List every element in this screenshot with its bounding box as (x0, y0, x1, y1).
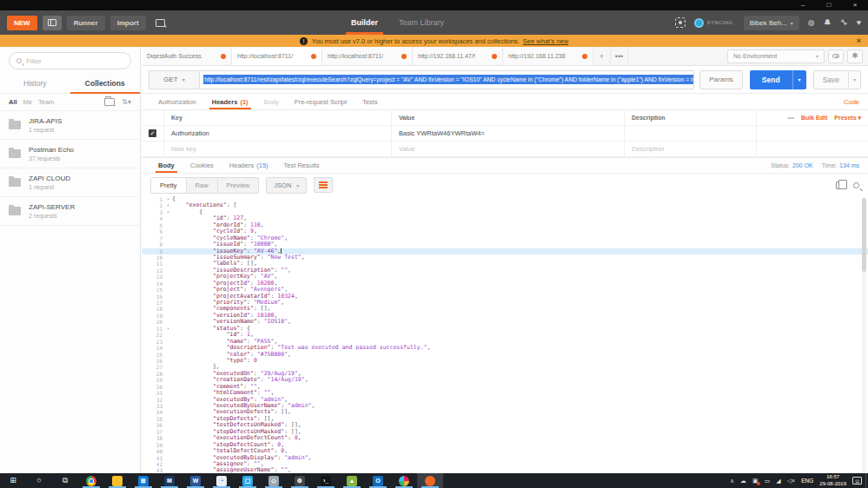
params-button[interactable]: Params (699, 70, 743, 89)
fold-arrow-icon[interactable] (164, 313, 172, 319)
fold-arrow-icon[interactable] (164, 422, 172, 428)
wrench-icon[interactable]: 🔧︎ (840, 18, 848, 27)
user-menu-button[interactable]: Bibek Beh...▾ (744, 16, 799, 30)
command-prompt-taskbar-button[interactable]: ›_ (313, 473, 339, 488)
banner-close-icon[interactable]: × (857, 36, 861, 45)
fold-arrow-icon[interactable] (164, 254, 172, 260)
fold-arrow-icon[interactable] (164, 371, 172, 377)
heart-icon[interactable]: ♥ (857, 18, 861, 27)
header-checkbox[interactable]: ✓ (149, 129, 156, 137)
save-button[interactable]: Save▾ (813, 70, 861, 89)
request-tab[interactable]: http://192.168.11.47/f (413, 47, 503, 65)
header-description-cell[interactable] (625, 126, 757, 141)
new-value-input[interactable]: Value (392, 142, 625, 156)
cortana-search-button[interactable]: ○ (26, 473, 52, 488)
code-line[interactable]: 1▾{ (142, 196, 868, 202)
view-mode-pretty[interactable]: Pretty (151, 178, 187, 193)
outlook-taskbar-button[interactable]: O (365, 473, 391, 488)
interceptor-icon[interactable]: ◍ (808, 18, 815, 27)
fold-arrow-icon[interactable] (164, 429, 172, 435)
colorful-app-taskbar-button[interactable] (391, 473, 417, 488)
request-tab[interactable]: http://localhost:8711/ (232, 47, 322, 65)
fold-arrow-icon[interactable] (164, 339, 172, 345)
onedrive-icon[interactable]: ☁ (740, 478, 746, 485)
method-select[interactable]: GET▾ (149, 70, 199, 89)
fold-arrow-icon[interactable] (164, 248, 172, 254)
search-body-icon[interactable] (853, 182, 859, 188)
response-tab-headers[interactable]: Headers(15) (222, 158, 276, 173)
presets-dropdown[interactable]: Presets ▾ (834, 115, 861, 122)
request-editor-tab-tests[interactable]: Tests (354, 94, 386, 109)
scope-team[interactable]: Team (38, 98, 54, 106)
environment-select[interactable]: No Environment▾ (727, 49, 825, 63)
photos-taskbar-button[interactable]: ▲ (339, 473, 365, 488)
request-tab[interactable]: DigestAuth Success (142, 47, 232, 65)
layout-toggle-button[interactable] (43, 16, 62, 30)
fold-arrow-icon[interactable] (164, 280, 172, 287)
request-tab[interactable]: http://192.168.11.238 (503, 47, 593, 65)
fold-arrow-icon[interactable] (164, 358, 172, 364)
fold-arrow-icon[interactable] (164, 332, 172, 338)
fold-arrow-icon[interactable] (164, 300, 172, 306)
runner-button[interactable]: Runner (67, 16, 105, 30)
fold-arrow-icon[interactable]: ▾ (164, 196, 172, 202)
collection-item[interactable]: Postman Echo37 requests (0, 140, 140, 168)
tab-team-library[interactable]: Team Library (388, 10, 454, 35)
fold-arrow-icon[interactable] (164, 397, 172, 403)
fold-arrow-icon[interactable] (164, 306, 172, 312)
response-tab-cookies[interactable]: Cookies (182, 158, 222, 173)
url-input[interactable]: http://localhost:8711/rest/zapi/latest/z… (199, 70, 694, 89)
fold-arrow-icon[interactable] (164, 222, 172, 228)
collection-item[interactable]: JIRA-APIS1 request (0, 111, 140, 140)
tab-options-button[interactable]: ••• (611, 47, 628, 65)
maximize-button[interactable]: □ (816, 0, 842, 10)
fold-arrow-icon[interactable] (164, 319, 172, 325)
action-center-icon[interactable]: ▤ (852, 477, 862, 485)
capture-icon[interactable] (675, 17, 686, 28)
new-description-input[interactable]: Description (625, 142, 757, 156)
clock[interactable]: 16:5729-08-2019 (819, 474, 846, 486)
sync-status[interactable]: SYNCING (694, 18, 733, 28)
fold-arrow-icon[interactable] (164, 377, 172, 383)
fold-arrow-icon[interactable] (164, 390, 172, 396)
request-tab[interactable]: http://localhost:8711/ (322, 47, 413, 65)
postman-taskbar-button[interactable] (417, 473, 443, 488)
mail-taskbar-button[interactable]: ✉ (156, 473, 182, 488)
task-view-button[interactable]: ⧉ (52, 473, 78, 488)
wrap-lines-button[interactable] (314, 177, 333, 193)
sidebar-tab-history[interactable]: History (0, 75, 70, 93)
fold-arrow-icon[interactable] (164, 274, 172, 280)
sidebar-tab-collections[interactable]: Collections (70, 75, 141, 93)
fold-arrow-icon[interactable] (164, 384, 172, 390)
code-line[interactable]: 26 "type": 0 (142, 358, 868, 364)
scope-me[interactable]: Me (23, 98, 32, 106)
scrollbar[interactable] (862, 198, 866, 472)
word-taskbar-button[interactable]: W (182, 473, 209, 488)
fold-arrow-icon[interactable] (164, 345, 172, 351)
request-editor-tab-body[interactable]: Body (256, 94, 287, 109)
fold-arrow-icon[interactable]: ▾ (164, 202, 172, 208)
scrollbar-thumb[interactable] (862, 198, 866, 272)
fold-arrow-icon[interactable] (164, 352, 172, 358)
network-icon[interactable]: ◢ (776, 478, 780, 485)
scope-all[interactable]: All (9, 98, 17, 106)
volume-muted-icon[interactable]: ◁× (787, 478, 795, 485)
import-button[interactable]: Import (110, 16, 146, 30)
response-tab-body[interactable]: Body (150, 158, 182, 173)
language-indicator[interactable]: ENG (801, 478, 813, 484)
response-tab-test-results[interactable]: Test Results (276, 158, 328, 173)
format-select[interactable]: JSON▾ (266, 177, 307, 194)
request-editor-tab-pre-request-script[interactable]: Pre-request Script (287, 94, 354, 109)
fold-arrow-icon[interactable] (164, 364, 172, 370)
fold-arrow-icon[interactable] (164, 215, 172, 221)
new-folder-icon[interactable] (104, 98, 115, 106)
new-tab-button[interactable]: + (593, 47, 611, 65)
microsoft-store-taskbar-button[interactable]: ⊞ (130, 473, 156, 488)
blue-window-app-taskbar-button[interactable]: ▢ (235, 473, 261, 488)
send-button[interactable]: Send▾ (750, 70, 806, 89)
fold-arrow-icon[interactable] (164, 267, 172, 274)
3d-viewer-taskbar-button[interactable]: ◇ (261, 473, 287, 488)
tray-expand-icon[interactable]: ∧ (730, 478, 734, 485)
fold-arrow-icon[interactable] (164, 260, 172, 267)
view-mode-preview[interactable]: Preview (218, 178, 259, 193)
